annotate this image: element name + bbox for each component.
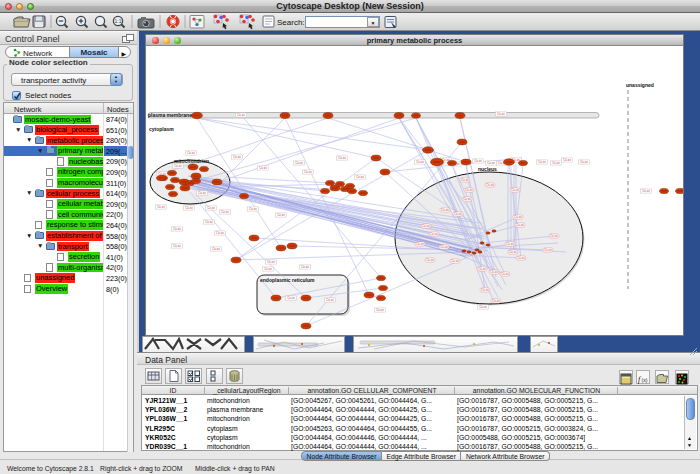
svg-text:Cx-xx: Cx-xx [356, 175, 364, 179]
svg-text:Cx-xx: Cx-xx [516, 223, 524, 227]
svg-text:Cx-xx: Cx-xx [461, 178, 469, 182]
svg-text:Cx-xx: Cx-xx [497, 112, 505, 116]
svg-text:mitochondrion: mitochondrion [174, 158, 209, 164]
svg-text:Cx-xx: Cx-xx [173, 227, 181, 231]
svg-text:Cx-xx: Cx-xx [376, 308, 384, 312]
svg-text:Cx-xx: Cx-xx [501, 272, 509, 276]
svg-text:Cx-xx: Cx-xx [426, 258, 434, 262]
svg-text:Cx-xx: Cx-xx [487, 161, 495, 165]
svg-text:Cx-xx: Cx-xx [326, 298, 334, 302]
svg-text:Cx-xx: Cx-xx [212, 247, 220, 251]
svg-text:Cx-xx: Cx-xx [492, 299, 500, 303]
svg-text:Cx-xx: Cx-xx [264, 267, 272, 271]
svg-text:Cx-xx: Cx-xx [550, 234, 558, 238]
svg-text:Cx-xx: Cx-xx [259, 166, 267, 170]
svg-text:Cx-xx: Cx-xx [552, 161, 560, 165]
svg-text:Cx-xx: Cx-xx [233, 155, 241, 159]
svg-text:Cx-xx: Cx-xx [295, 161, 303, 165]
svg-text:Cx-xx: Cx-xx [563, 158, 571, 162]
svg-text:Cx-xx: Cx-xx [580, 160, 588, 164]
svg-text:Cx-xx: Cx-xx [441, 208, 449, 212]
svg-text:Cx-xx: Cx-xx [237, 113, 245, 117]
svg-text:Cx-xx: Cx-xx [506, 242, 514, 246]
svg-text:Cx-xx: Cx-xx [490, 270, 498, 274]
svg-text:Cx-xx: Cx-xx [517, 256, 525, 260]
svg-text:Cx-xx: Cx-xx [287, 296, 295, 300]
svg-text:Cx-xx: Cx-xx [538, 160, 546, 164]
svg-text:Cx-xx: Cx-xx [474, 159, 482, 163]
svg-text:cytoplasm: cytoplasm [149, 126, 174, 132]
svg-text:Cx-xx: Cx-xx [514, 215, 522, 219]
svg-text:Cx-xx: Cx-xx [216, 231, 224, 235]
svg-text:Cx-xx: Cx-xx [277, 213, 285, 217]
svg-text:Cx-xx: Cx-xx [416, 242, 424, 246]
svg-text:Cx-xx: Cx-xx [509, 250, 517, 254]
svg-text:Cx-xx: Cx-xx [451, 259, 459, 263]
svg-text:nucleus: nucleus [478, 166, 497, 172]
svg-text:Cx-xx: Cx-xx [465, 188, 473, 192]
svg-text:Cx-xx: Cx-xx [173, 244, 181, 248]
svg-text:Cx-xx: Cx-xx [338, 156, 346, 160]
svg-text:Cx-xx: Cx-xx [185, 206, 193, 210]
svg-text:Cx-xx: Cx-xx [486, 183, 494, 187]
svg-text:Cx-xx: Cx-xx [463, 197, 471, 201]
svg-text:Cx-xx: Cx-xx [249, 207, 257, 211]
svg-text:Cx-xx: Cx-xx [416, 160, 424, 164]
svg-text:Cx-xx: Cx-xx [454, 212, 462, 216]
svg-text:Cx-xx: Cx-xx [198, 191, 206, 195]
svg-text:Cx-xx: Cx-xx [511, 188, 519, 192]
svg-text:Cx-xx: Cx-xx [267, 260, 275, 264]
svg-text:unassigned: unassigned [626, 82, 654, 88]
svg-text:Cx-xx: Cx-xx [642, 189, 650, 193]
svg-text:1:1: 1:1 [115, 18, 122, 24]
svg-text:Cx-xx: Cx-xx [430, 232, 438, 236]
svg-text:Cx-xx: Cx-xx [187, 151, 195, 155]
svg-text:Cx-xx: Cx-xx [205, 220, 213, 224]
svg-text:Cx-xx: Cx-xx [478, 267, 486, 271]
svg-text:Cx-xx: Cx-xx [207, 206, 215, 210]
svg-text:(x): (x) [642, 377, 648, 383]
svg-text:endoplasmic reticulum: endoplasmic reticulum [260, 277, 315, 283]
svg-text:Cx-xx: Cx-xx [301, 265, 309, 269]
svg-text:Cx-xx: Cx-xx [481, 288, 489, 292]
svg-text:Cx-xx: Cx-xx [440, 245, 448, 249]
svg-text:Cx-xx: Cx-xx [479, 305, 487, 309]
svg-text:Cx-xx: Cx-xx [174, 164, 182, 168]
svg-text:Cx-xx: Cx-xx [304, 170, 312, 174]
svg-text:Cx-xx: Cx-xx [221, 210, 229, 214]
svg-text:Cx-xx: Cx-xx [422, 224, 430, 228]
svg-text:plasma membrane: plasma membrane [148, 112, 192, 118]
svg-text:Cx-xx: Cx-xx [544, 248, 552, 252]
svg-text:Cx-xx: Cx-xx [157, 205, 165, 209]
